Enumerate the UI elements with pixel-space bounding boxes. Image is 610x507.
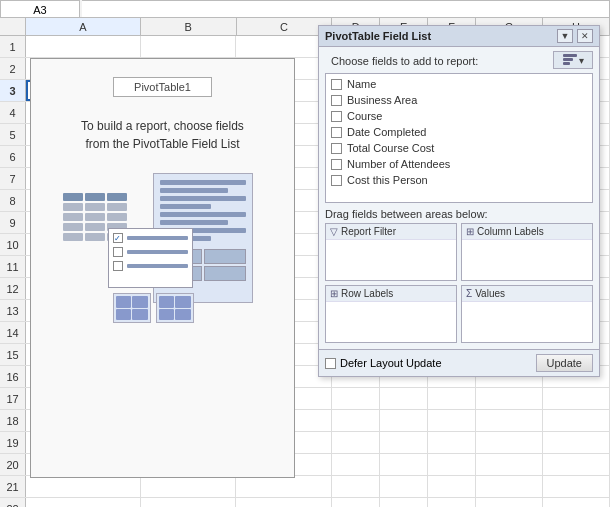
drag-area-header-values: Σ Values — [462, 286, 592, 302]
drag-label: Drag fields between areas below: — [319, 203, 599, 223]
minimize-button[interactable]: ▼ — [557, 29, 573, 43]
col-header-b[interactable]: B — [141, 18, 237, 35]
drag-area-body-row-labels[interactable] — [326, 302, 456, 342]
field-label-business-area: Business Area — [347, 94, 417, 106]
corner-cell — [0, 18, 26, 35]
pivot-field-list-panel: PivotTable Field List ▼ ✕ Choose fields … — [318, 25, 600, 377]
pivot-instruction: To build a report, choose fields from th… — [61, 117, 264, 153]
field-checkbox-course[interactable] — [331, 111, 342, 122]
fields-list[interactable]: Name Business Area Course Date Completed… — [325, 73, 593, 203]
pivot-table-area[interactable]: PivotTable1 To build a report, choose fi… — [30, 58, 295, 478]
field-checkbox-business-area[interactable] — [331, 95, 342, 106]
drag-area-row-labels[interactable]: ⊞ Row Labels — [325, 285, 457, 343]
cell[interactable] — [141, 36, 237, 57]
field-label-cost-this-person: Cost this Person — [347, 174, 428, 186]
drag-areas-grid: ▽ Report Filter ⊞ Column Labels ⊞ Row La… — [319, 223, 599, 349]
report-filter-icon: ▽ — [330, 226, 338, 237]
row-num: 1 — [0, 36, 26, 57]
col-header-a[interactable]: A — [26, 18, 141, 35]
field-label-name: Name — [347, 78, 376, 90]
field-item-business-area[interactable]: Business Area — [326, 92, 592, 108]
spreadsheet: A3 A B C D E F G H 1 2 — [0, 0, 610, 507]
check-icon: ✓ — [113, 233, 123, 243]
panel-title: PivotTable Field List — [325, 30, 431, 42]
drag-area-body-column-labels[interactable] — [462, 240, 592, 280]
drag-area-values[interactable]: Σ Values — [461, 285, 593, 343]
sort-icon — [563, 54, 577, 66]
field-header-row: Choose fields to add to report: ▾ — [319, 47, 599, 73]
field-checkbox-date-completed[interactable] — [331, 127, 342, 138]
field-checkbox-name[interactable] — [331, 79, 342, 90]
svg-rect-1 — [563, 58, 573, 61]
field-item-total-course-cost[interactable]: Total Course Cost — [326, 140, 592, 156]
check-icon — [113, 261, 123, 271]
mini-tables-icon — [113, 293, 194, 323]
formula-bar[interactable] — [82, 0, 610, 18]
defer-label: Defer Layout Update — [340, 357, 442, 369]
drag-area-header-column-labels: ⊞ Column Labels — [462, 224, 592, 240]
defer-row: Defer Layout Update — [325, 357, 442, 369]
svg-rect-2 — [563, 62, 570, 65]
panel-bottom: Defer Layout Update Update — [319, 349, 599, 376]
row-num: 2 — [0, 58, 26, 79]
field-label-date-completed: Date Completed — [347, 126, 427, 138]
drag-area-column-labels[interactable]: ⊞ Column Labels — [461, 223, 593, 281]
name-box[interactable]: A3 — [0, 0, 80, 18]
close-icon: ✕ — [581, 31, 589, 41]
field-item-cost-this-person[interactable]: Cost this Person — [326, 172, 592, 188]
defer-checkbox[interactable] — [325, 358, 336, 369]
field-item-course[interactable]: Course — [326, 108, 592, 124]
panel-controls: ▼ ✕ — [557, 29, 593, 43]
drag-area-label-column-labels: Column Labels — [477, 226, 544, 237]
table-row: 22 — [0, 498, 610, 507]
pivot-title: PivotTable1 — [113, 77, 212, 97]
field-checkbox-total-course-cost[interactable] — [331, 143, 342, 154]
sort-dropdown-icon: ▾ — [579, 55, 584, 66]
field-checkbox-number-of-attendees[interactable] — [331, 159, 342, 170]
drag-area-label-values: Values — [475, 288, 505, 299]
drag-area-label-report-filter: Report Filter — [341, 226, 396, 237]
field-label-number-of-attendees: Number of Attendees — [347, 158, 450, 170]
drag-area-body-values[interactable] — [462, 302, 592, 342]
field-label-course: Course — [347, 110, 382, 122]
minimize-icon: ▼ — [561, 31, 570, 41]
drag-area-header-report-filter: ▽ Report Filter — [326, 224, 456, 240]
checkbox-area-icon: ✓ — [108, 228, 193, 288]
cell[interactable] — [26, 36, 141, 57]
update-button[interactable]: Update — [536, 354, 593, 372]
field-item-number-of-attendees[interactable]: Number of Attendees — [326, 156, 592, 172]
row-num: 3 — [0, 80, 26, 101]
mini-table — [113, 293, 151, 323]
values-icon: Σ — [466, 288, 472, 299]
check-icon — [113, 247, 123, 257]
field-item-name[interactable]: Name — [326, 76, 592, 92]
column-labels-icon: ⊞ — [466, 226, 474, 237]
field-label-total-course-cost: Total Course Cost — [347, 142, 434, 154]
field-item-date-completed[interactable]: Date Completed — [326, 124, 592, 140]
section-label: Choose fields to add to report: — [325, 50, 484, 70]
drag-area-label-row-labels: Row Labels — [341, 288, 393, 299]
field-sort-button[interactable]: ▾ — [553, 51, 593, 69]
close-button[interactable]: ✕ — [577, 29, 593, 43]
drag-area-body-report-filter[interactable] — [326, 240, 456, 280]
mini-table — [156, 293, 194, 323]
table-row: 21 — [0, 476, 610, 498]
row-labels-icon: ⊞ — [330, 288, 338, 299]
panel-titlebar: PivotTable Field List ▼ ✕ — [319, 26, 599, 47]
drag-area-report-filter[interactable]: ▽ Report Filter — [325, 223, 457, 281]
pivot-illustration: ✓ — [63, 173, 263, 333]
drag-area-header-row-labels: ⊞ Row Labels — [326, 286, 456, 302]
field-checkbox-cost-this-person[interactable] — [331, 175, 342, 186]
svg-rect-0 — [563, 54, 577, 57]
